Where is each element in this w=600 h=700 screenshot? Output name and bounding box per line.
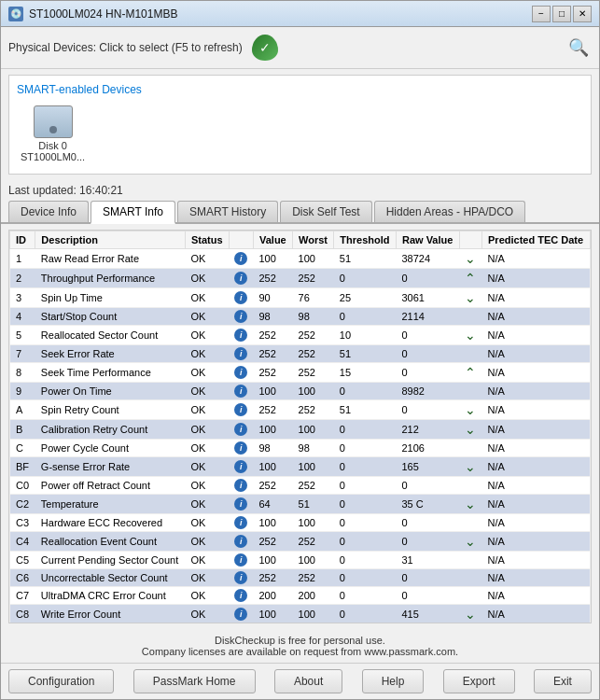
info-icon[interactable]: i	[234, 535, 247, 548]
tab-smart-info[interactable]: SMART Info	[91, 201, 175, 224]
cell-info[interactable]: i	[229, 587, 253, 605]
cell-info[interactable]: i	[229, 514, 253, 532]
help-button[interactable]: Help	[362, 669, 425, 693]
cell-worst: 76	[293, 288, 334, 308]
passmark-home-button[interactable]: PassMark Home	[133, 669, 256, 693]
info-icon[interactable]: i	[234, 516, 247, 529]
cell-description: Spin Retry Count	[35, 400, 186, 420]
cell-info[interactable]: i	[229, 569, 253, 587]
toolbar: Physical Devices: Click to select (F5 to…	[1, 27, 599, 69]
info-icon[interactable]: i	[234, 272, 247, 285]
cell-info[interactable]: i	[229, 605, 253, 624]
disk-item[interactable]: Disk 0 ST1000LM0...	[17, 102, 89, 166]
table-row[interactable]: C6 Uncorrectable Sector Count OK i 252 2…	[10, 569, 591, 587]
info-icon[interactable]: i	[234, 403, 247, 416]
exit-button[interactable]: Exit	[534, 669, 592, 693]
cell-id: C5	[10, 552, 35, 569]
configuration-button[interactable]: Configuration	[8, 669, 114, 693]
cell-info[interactable]: i	[229, 345, 253, 363]
cell-info[interactable]: i	[229, 269, 253, 288]
table-row[interactable]: C7 UltraDMA CRC Error Count OK i 200 200…	[10, 587, 591, 605]
cell-arrow: ⌄	[459, 249, 481, 269]
info-icon[interactable]: i	[234, 608, 247, 621]
table-row[interactable]: 1 Raw Read Error Rate OK i 100 100 51 38…	[10, 249, 591, 269]
info-icon[interactable]: i	[234, 553, 247, 567]
cell-info[interactable]: i	[229, 363, 253, 383]
table-row[interactable]: C4 Reallocation Event Count OK i 252 252…	[10, 532, 591, 552]
cell-info[interactable]: i	[229, 457, 253, 477]
cell-threshold: 0	[334, 383, 397, 400]
cell-info[interactable]: i	[229, 400, 253, 420]
col-raw-value: Raw Value	[396, 231, 459, 249]
cell-value: 100	[254, 514, 293, 532]
table-row[interactable]: C3 Hardware ECC Recovered OK i 100 100 0…	[10, 514, 591, 532]
cell-info[interactable]: i	[229, 326, 253, 345]
table-row[interactable]: 9 Power On Time OK i 100 100 0 8982 N/A	[10, 383, 591, 400]
cell-info[interactable]: i	[229, 383, 253, 400]
table-row[interactable]: BF G-sense Error Rate OK i 100 100 0 165…	[10, 457, 591, 477]
info-icon[interactable]: i	[234, 571, 247, 584]
col-value: Value	[254, 231, 293, 249]
cell-description: Throughput Performance	[35, 269, 186, 288]
info-icon[interactable]: i	[234, 441, 247, 455]
info-icon[interactable]: i	[234, 310, 247, 323]
tab-smart-history[interactable]: SMART History	[177, 201, 278, 222]
table-row[interactable]: C8 Write Error Count OK i 100 100 0 415 …	[10, 605, 591, 624]
tab-disk-self-test[interactable]: Disk Self Test	[280, 201, 371, 222]
cell-tec-date: N/A	[482, 345, 591, 363]
table-row[interactable]: A Spin Retry Count OK i 252 252 51 0 ⌄ N…	[10, 400, 591, 420]
info-icon[interactable]: i	[234, 589, 247, 602]
table-row[interactable]: 7 Seek Error Rate OK i 252 252 51 0 N/A	[10, 345, 591, 363]
cell-threshold: 0	[334, 420, 397, 440]
maximize-button[interactable]: □	[552, 6, 571, 22]
about-button[interactable]: About	[274, 669, 342, 693]
info-icon[interactable]: i	[234, 385, 247, 398]
info-icon[interactable]: i	[234, 252, 247, 265]
table-row[interactable]: C2 Temperature OK i 64 51 0 35 C ⌄ N/A	[10, 495, 591, 514]
cell-info[interactable]: i	[229, 532, 253, 552]
info-icon[interactable]: i	[234, 497, 247, 511]
table-row[interactable]: 2 Throughput Performance OK i 252 252 0 …	[10, 269, 591, 288]
table-row[interactable]: C5 Current Pending Sector Count OK i 100…	[10, 552, 591, 569]
tab-hidden-areas[interactable]: Hidden Areas - HPA/DCO	[374, 201, 526, 222]
table-row[interactable]: 8 Seek Time Performance OK i 252 252 15 …	[10, 363, 591, 383]
cell-tec-date: N/A	[482, 552, 591, 569]
cell-tec-date: N/A	[482, 587, 591, 605]
info-icon[interactable]: i	[234, 479, 247, 492]
table-row[interactable]: 5 Reallocated Sector Count OK i 252 252 …	[10, 326, 591, 345]
cell-info[interactable]: i	[229, 495, 253, 514]
cell-threshold: 51	[334, 400, 397, 420]
cell-worst: 252	[293, 326, 334, 345]
search-icon[interactable]: 🔍	[565, 35, 592, 61]
minimize-button[interactable]: −	[532, 6, 551, 22]
table-row[interactable]: B Calibration Retry Count OK i 100 100 0…	[10, 420, 591, 440]
info-icon[interactable]: i	[234, 291, 247, 304]
device-panel: SMART-enabled Devices Disk 0 ST1000LM0..…	[8, 75, 592, 175]
cell-info[interactable]: i	[229, 308, 253, 326]
close-button[interactable]: ✕	[573, 6, 592, 22]
cell-info[interactable]: i	[229, 477, 253, 495]
info-icon[interactable]: i	[234, 460, 247, 473]
info-icon[interactable]: i	[234, 329, 247, 342]
cell-info[interactable]: i	[229, 249, 253, 269]
info-icon[interactable]: i	[234, 423, 247, 436]
table-row[interactable]: C0 Power off Retract Count OK i 252 252 …	[10, 477, 591, 495]
info-icon[interactable]: i	[234, 366, 247, 379]
shield-icon-container[interactable]: ✓	[250, 33, 280, 63]
cell-threshold: 0	[334, 477, 397, 495]
cell-arrow: ⌄	[459, 326, 481, 345]
tab-device-info[interactable]: Device Info	[8, 201, 89, 222]
info-icon[interactable]: i	[234, 347, 247, 360]
cell-status: OK	[185, 269, 229, 288]
cell-info[interactable]: i	[229, 420, 253, 440]
table-row[interactable]: C Power Cycle Count OK i 98 98 0 2106 N/…	[10, 440, 591, 457]
cell-value: 100	[254, 457, 293, 477]
cell-raw-value: 38724	[396, 249, 459, 269]
smart-table-wrapper[interactable]: ID Description Status Value Worst Thresh…	[8, 230, 592, 623]
cell-info[interactable]: i	[229, 288, 253, 308]
export-button[interactable]: Export	[443, 669, 515, 693]
cell-info[interactable]: i	[229, 440, 253, 457]
table-row[interactable]: 4 Start/Stop Count OK i 98 98 0 2114 N/A	[10, 308, 591, 326]
table-row[interactable]: 3 Spin Up Time OK i 90 76 25 3061 ⌄ N/A	[10, 288, 591, 308]
cell-info[interactable]: i	[229, 552, 253, 569]
